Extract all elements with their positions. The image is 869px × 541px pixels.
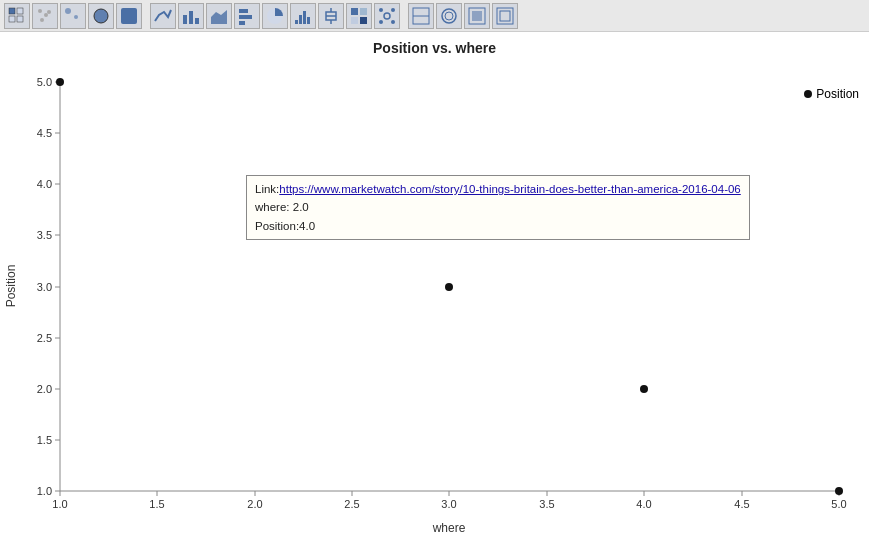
network-btn[interactable] [374, 3, 400, 29]
tooltip-link[interactable]: https://www.marketwatch.com/story/10-thi… [279, 183, 740, 195]
svg-rect-20 [295, 20, 298, 24]
svg-point-4 [38, 9, 42, 13]
svg-rect-0 [9, 8, 15, 14]
svg-rect-16 [239, 9, 248, 13]
svg-text:3.5: 3.5 [37, 229, 52, 241]
stat2-btn[interactable] [436, 3, 462, 29]
svg-rect-14 [195, 18, 199, 24]
tooltip-link-row: Link:https://www.marketwatch.com/story/1… [255, 180, 741, 198]
svg-text:1.0: 1.0 [37, 485, 52, 497]
svg-text:3.5: 3.5 [539, 498, 554, 510]
svg-point-32 [384, 13, 390, 19]
svg-point-39 [442, 9, 456, 23]
svg-text:5.0: 5.0 [37, 76, 52, 88]
svg-rect-11 [121, 8, 137, 24]
svg-text:2.0: 2.0 [247, 498, 262, 510]
svg-text:2.0: 2.0 [37, 383, 52, 395]
toolbar [0, 0, 869, 32]
tooltip-where-value: 2.0 [293, 201, 309, 213]
svg-rect-2 [9, 16, 15, 22]
svg-rect-22 [303, 11, 306, 24]
scatter2-btn[interactable] [32, 3, 58, 29]
svg-point-35 [379, 20, 383, 24]
box-btn[interactable] [318, 3, 344, 29]
svg-rect-1 [17, 8, 23, 14]
data-point[interactable] [835, 487, 843, 495]
data-point[interactable] [56, 78, 64, 86]
svg-rect-42 [472, 11, 482, 21]
heatmap-btn[interactable] [346, 3, 372, 29]
svg-text:3.0: 3.0 [441, 498, 456, 510]
svg-point-10 [94, 9, 108, 23]
svg-text:4.5: 4.5 [734, 498, 749, 510]
stat1-btn[interactable] [408, 3, 434, 29]
svg-point-5 [44, 13, 48, 17]
y-axis-label: Position [4, 265, 18, 308]
svg-point-34 [391, 8, 395, 12]
svg-rect-43 [497, 8, 513, 24]
svg-rect-3 [17, 16, 23, 22]
area-chart-btn[interactable] [206, 3, 232, 29]
svg-text:4.0: 4.0 [636, 498, 651, 510]
tooltip-link-label: Link: [255, 183, 279, 195]
svg-text:2.5: 2.5 [37, 332, 52, 344]
stat4-btn[interactable] [492, 3, 518, 29]
stat3-btn[interactable] [464, 3, 490, 29]
tooltip-where-row: where: 2.0 [255, 198, 741, 216]
svg-rect-44 [500, 11, 510, 21]
svg-text:4.5: 4.5 [37, 127, 52, 139]
svg-rect-18 [239, 21, 245, 25]
svg-rect-28 [351, 8, 358, 15]
svg-rect-17 [239, 15, 252, 19]
pie-chart-btn[interactable] [262, 3, 288, 29]
svg-rect-29 [360, 8, 367, 15]
tooltip-position-value: 4.0 [299, 220, 315, 232]
svg-text:3.0: 3.0 [37, 281, 52, 293]
svg-text:1.0: 1.0 [52, 498, 67, 510]
bar-chart-btn[interactable] [178, 3, 204, 29]
svg-text:1.5: 1.5 [149, 498, 164, 510]
svg-marker-15 [211, 10, 227, 24]
svg-rect-12 [183, 15, 187, 24]
tooltip-position-label: Position: [255, 220, 299, 232]
svg-point-33 [379, 8, 383, 12]
svg-text:4.0: 4.0 [37, 178, 52, 190]
tooltip-where-label: where: [255, 201, 290, 213]
tooltip: Link:https://www.marketwatch.com/story/1… [246, 175, 750, 240]
svg-rect-21 [299, 15, 302, 24]
svg-rect-13 [189, 11, 193, 24]
svg-point-9 [74, 15, 78, 19]
chart-area: Position vs. where Position 1.0 1.5 2.0 … [0, 32, 869, 541]
tooltip-position-row: Position:4.0 [255, 217, 741, 235]
svg-point-7 [47, 10, 51, 14]
svg-point-6 [40, 18, 44, 22]
chart-title: Position vs. where [0, 32, 869, 56]
line-chart-btn[interactable] [150, 3, 176, 29]
svg-text:2.5: 2.5 [344, 498, 359, 510]
filled-btn[interactable] [116, 3, 142, 29]
chart-svg: 1.0 1.5 2.0 2.5 3.0 3.5 4.0 4.5 5.0 wher… [0, 62, 869, 541]
data-point[interactable] [445, 283, 453, 291]
svg-text:1.5: 1.5 [37, 434, 52, 446]
scatter-plot-btn[interactable] [4, 3, 30, 29]
svg-rect-31 [360, 17, 367, 24]
x-axis-label: where [432, 521, 466, 535]
circle-btn[interactable] [88, 3, 114, 29]
scatter3-btn[interactable] [60, 3, 86, 29]
svg-point-36 [391, 20, 395, 24]
hist-btn[interactable] [290, 3, 316, 29]
svg-text:5.0: 5.0 [831, 498, 846, 510]
svg-rect-23 [307, 17, 310, 24]
svg-point-8 [65, 8, 71, 14]
svg-point-40 [445, 12, 453, 20]
svg-rect-30 [351, 17, 358, 24]
hbar-chart-btn[interactable] [234, 3, 260, 29]
data-point[interactable] [640, 385, 648, 393]
